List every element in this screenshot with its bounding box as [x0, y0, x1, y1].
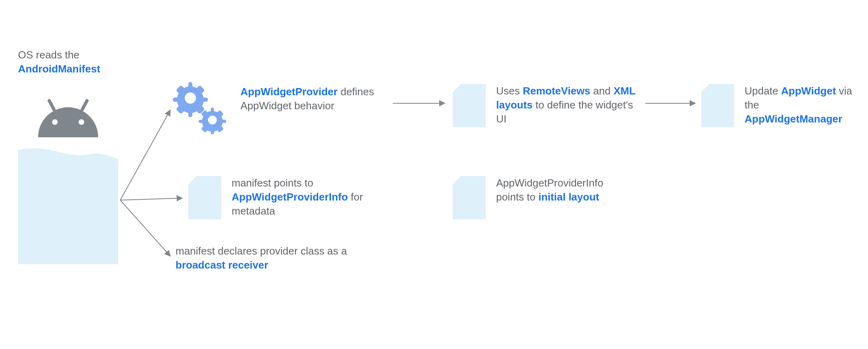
file-icon — [701, 84, 734, 127]
info-pre: manifest points to — [232, 177, 313, 189]
file-icon — [188, 176, 221, 219]
remote-mid: and — [593, 85, 614, 97]
connectors — [0, 0, 868, 349]
update-b1: AppWidget — [781, 85, 836, 97]
remote-pre: Uses — [496, 85, 523, 97]
svg-line-3 — [120, 110, 170, 200]
svg-point-1 — [185, 92, 196, 104]
initial-bold: initial layout — [539, 191, 600, 203]
manifest-file-icon — [18, 136, 118, 264]
header-bold: AndroidManifest — [18, 63, 100, 75]
node-info: manifest points to AppWidgetProviderInfo… — [188, 176, 376, 219]
info-bold: AppWidgetProviderInfo — [232, 191, 348, 203]
node-broadcast: manifest declares provider class as a br… — [176, 244, 384, 272]
broadcast-bold: broadcast receiver — [176, 259, 268, 271]
initial-text: AppWidgetProviderInfo points to initial … — [496, 176, 624, 204]
svg-line-4 — [120, 198, 182, 200]
header-text: OS reads the AndroidManifest — [18, 48, 100, 76]
node-provider: AppWidgetProvider defines AppWidget beha… — [240, 85, 385, 113]
gears-icon — [172, 82, 228, 134]
broadcast-pre: manifest declares provider class as a — [176, 245, 347, 257]
remote-b1: RemoteViews — [523, 85, 590, 97]
info-text: manifest points to AppWidgetProviderInfo… — [232, 176, 376, 218]
header-pre: OS reads the — [18, 49, 79, 61]
svg-point-2 — [208, 116, 217, 124]
provider-bold: AppWidgetProvider — [240, 86, 337, 98]
file-icon — [453, 84, 486, 127]
update-pre: Update — [745, 85, 781, 97]
remote-text: Uses RemoteViews and XML layouts to defi… — [496, 84, 640, 126]
file-icon — [453, 176, 486, 219]
node-initial: AppWidgetProviderInfo points to initial … — [453, 176, 624, 219]
update-text: Update AppWidget via the AppWidgetManage… — [745, 84, 865, 126]
android-icon — [38, 107, 98, 137]
node-remote: Uses RemoteViews and XML layouts to defi… — [453, 84, 640, 127]
svg-line-5 — [120, 200, 170, 256]
update-b2: AppWidgetManager — [745, 113, 842, 125]
node-update: Update AppWidget via the AppWidgetManage… — [701, 84, 865, 127]
